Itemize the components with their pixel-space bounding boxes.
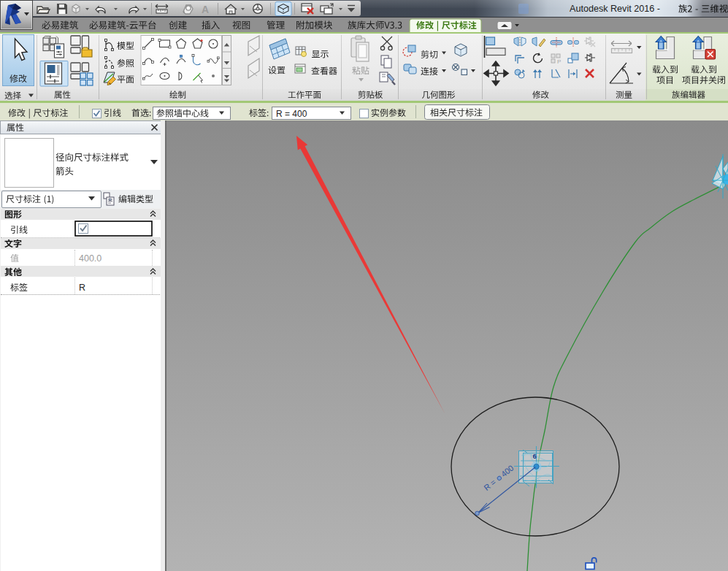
svg-text:P: P	[557, 58, 561, 65]
svg-text:R =: R =	[482, 478, 497, 492]
svg-text:R: R	[79, 283, 85, 293]
svg-text:R = 400: R = 400	[276, 109, 307, 119]
svg-text:400: 400	[499, 464, 516, 479]
svg-text:6: 6	[533, 452, 537, 460]
svg-text:400.0: 400.0	[79, 253, 101, 264]
svg-text:A: A	[202, 4, 209, 15]
svg-text:Autodesk Revit 2016 -: Autodesk Revit 2016 -	[570, 4, 660, 14]
